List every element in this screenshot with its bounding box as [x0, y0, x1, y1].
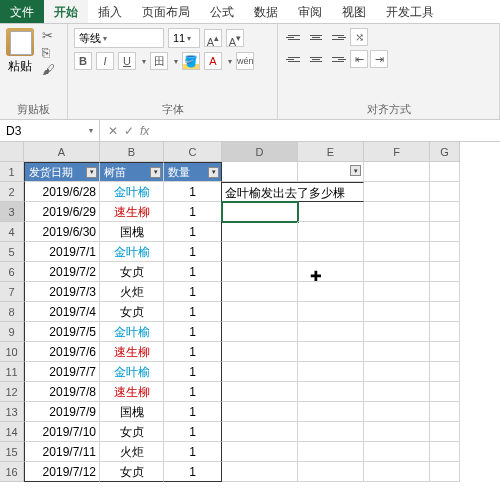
cell[interactable]: [222, 442, 298, 462]
cell-qty[interactable]: 1: [164, 462, 222, 482]
cell[interactable]: [430, 162, 460, 182]
cell[interactable]: [430, 382, 460, 402]
cell-date[interactable]: 2019/7/5: [24, 322, 100, 342]
cell-tree[interactable]: 速生柳: [100, 202, 164, 222]
cell[interactable]: [364, 282, 430, 302]
cell-qty[interactable]: 1: [164, 442, 222, 462]
table-header-tree[interactable]: 树苗▾: [100, 162, 164, 182]
col-header[interactable]: E: [298, 142, 364, 162]
align-top-button[interactable]: [284, 28, 304, 46]
cell-date[interactable]: 2019/6/29: [24, 202, 100, 222]
cell[interactable]: [364, 382, 430, 402]
cell[interactable]: [364, 462, 430, 482]
cell-tree[interactable]: 国槐: [100, 222, 164, 242]
cell-qty[interactable]: 1: [164, 342, 222, 362]
cell[interactable]: [430, 362, 460, 382]
cell[interactable]: [364, 182, 430, 202]
font-name-select[interactable]: 等线▾: [74, 28, 164, 48]
row-header[interactable]: 7: [0, 282, 24, 302]
row-header[interactable]: 8: [0, 302, 24, 322]
cell-date[interactable]: 2019/7/2: [24, 262, 100, 282]
tab-file[interactable]: 文件: [0, 0, 44, 23]
row-header[interactable]: 2: [0, 182, 24, 202]
cell[interactable]: [430, 242, 460, 262]
cell-date[interactable]: 2019/7/8: [24, 382, 100, 402]
cell[interactable]: [364, 402, 430, 422]
cell[interactable]: [364, 262, 430, 282]
cell[interactable]: [222, 302, 298, 322]
cell[interactable]: [364, 342, 430, 362]
cell-tree[interactable]: 国槐: [100, 402, 164, 422]
cell[interactable]: [298, 462, 364, 482]
cell[interactable]: [298, 342, 364, 362]
row-header[interactable]: 4: [0, 222, 24, 242]
table-header-date[interactable]: 发货日期▾: [24, 162, 100, 182]
cell[interactable]: [298, 402, 364, 422]
cell-date[interactable]: 2019/7/6: [24, 342, 100, 362]
cell[interactable]: [364, 442, 430, 462]
align-center-button[interactable]: [306, 50, 326, 68]
cell[interactable]: [298, 322, 364, 342]
tab-insert[interactable]: 插入: [88, 0, 132, 23]
cell-tree[interactable]: 金叶榆: [100, 182, 164, 202]
cell-tree[interactable]: 速生柳: [100, 342, 164, 362]
cell-date[interactable]: 2019/7/11: [24, 442, 100, 462]
cell[interactable]: [430, 402, 460, 422]
cancel-icon[interactable]: ✕: [108, 124, 118, 138]
cell[interactable]: [222, 382, 298, 402]
filter-icon[interactable]: ▾: [208, 167, 219, 178]
cell[interactable]: [430, 302, 460, 322]
tab-data[interactable]: 数据: [244, 0, 288, 23]
cell-qty[interactable]: 1: [164, 202, 222, 222]
cell-qty[interactable]: 1: [164, 362, 222, 382]
indent-left-button[interactable]: ⇤: [350, 50, 368, 68]
cell[interactable]: [430, 262, 460, 282]
cell[interactable]: [298, 362, 364, 382]
cell[interactable]: [222, 462, 298, 482]
select-all-corner[interactable]: [0, 142, 24, 162]
cell-qty[interactable]: 1: [164, 322, 222, 342]
row-header[interactable]: 13: [0, 402, 24, 422]
cell-qty[interactable]: 1: [164, 262, 222, 282]
cell-tree[interactable]: 金叶榆: [100, 242, 164, 262]
cell[interactable]: [364, 322, 430, 342]
row-header[interactable]: 11: [0, 362, 24, 382]
filter-icon[interactable]: ▾: [86, 167, 97, 178]
row-header[interactable]: 10: [0, 342, 24, 362]
font-size-select[interactable]: 11▾: [168, 28, 200, 48]
cell[interactable]: [222, 242, 298, 262]
cell[interactable]: [364, 302, 430, 322]
cell[interactable]: [430, 442, 460, 462]
cell-qty[interactable]: 1: [164, 182, 222, 202]
cell-qty[interactable]: 1: [164, 422, 222, 442]
cell[interactable]: [298, 282, 364, 302]
cell-qty[interactable]: 1: [164, 282, 222, 302]
row-header[interactable]: 6: [0, 262, 24, 282]
formula-input[interactable]: [157, 129, 500, 133]
cell-date[interactable]: 2019/7/1: [24, 242, 100, 262]
underline-button[interactable]: U: [118, 52, 136, 70]
paste-button[interactable]: 粘贴: [8, 58, 32, 75]
cell[interactable]: [364, 242, 430, 262]
fill-color-button[interactable]: 🪣: [182, 52, 200, 70]
cell-date[interactable]: 2019/7/9: [24, 402, 100, 422]
cell[interactable]: [364, 222, 430, 242]
cell-date[interactable]: 2019/7/3: [24, 282, 100, 302]
cell[interactable]: [364, 202, 430, 222]
col-header[interactable]: A: [24, 142, 100, 162]
fx-icon[interactable]: fx: [140, 124, 149, 138]
row-header[interactable]: 5: [0, 242, 24, 262]
bold-button[interactable]: B: [74, 52, 92, 70]
row-header[interactable]: 12: [0, 382, 24, 402]
copy-icon[interactable]: ⎘: [42, 45, 55, 60]
cell[interactable]: [430, 462, 460, 482]
col-header[interactable]: D: [222, 142, 298, 162]
cell[interactable]: [430, 282, 460, 302]
cell[interactable]: [364, 422, 430, 442]
cell-date[interactable]: 2019/7/7: [24, 362, 100, 382]
cell[interactable]: [222, 422, 298, 442]
row-header[interactable]: 15: [0, 442, 24, 462]
cell[interactable]: [222, 162, 298, 182]
cell[interactable]: [298, 242, 364, 262]
cell-tree[interactable]: 金叶榆: [100, 362, 164, 382]
